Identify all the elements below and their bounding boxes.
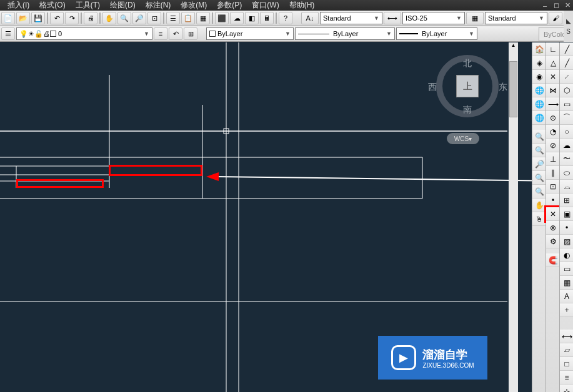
zoom-realtime-button[interactable]: 🔎 <box>132 12 146 24</box>
scrollbar-thumb[interactable] <box>509 61 517 117</box>
line-button[interactable]: ╱ <box>560 42 573 56</box>
snap-none-button[interactable]: ⊗ <box>546 221 560 235</box>
ellipse-arc-button[interactable]: ⌓ <box>560 180 573 194</box>
undo-button[interactable]: ↶ <box>50 12 64 24</box>
zoom-window-button[interactable]: 🔍 <box>532 130 546 144</box>
lineweight-dropdown[interactable]: ByLayer ▼ <box>396 27 477 40</box>
menu-format[interactable]: 格式(O) <box>34 0 70 11</box>
table-style-icon[interactable]: ▦ <box>466 12 484 24</box>
menu-help[interactable]: 帮助(H) <box>284 0 320 11</box>
region-button[interactable]: ▭ <box>560 262 573 276</box>
snap-endpoint-button[interactable]: ∟ <box>546 42 560 56</box>
add-selected-button[interactable]: ＋ <box>560 303 573 317</box>
osnap-settings-button[interactable]: ⚙ <box>546 235 560 248</box>
globe-top-button[interactable]: 🌐 <box>532 97 546 111</box>
arc-button[interactable]: ⌒ <box>560 111 573 125</box>
wcs-badge[interactable]: WCS ▾ <box>447 133 479 144</box>
revision-cloud-button[interactable]: ☁ <box>560 139 573 152</box>
layer-state-button[interactable]: ≡ <box>154 27 167 40</box>
menu-param[interactable]: 参数(P) <box>212 0 247 11</box>
maximize-icon[interactable]: ◻ <box>551 1 562 11</box>
minimize-icon[interactable]: – <box>539 1 551 11</box>
globe-sw-button[interactable]: 🌐 <box>532 111 546 125</box>
block-button[interactable]: ◧ <box>245 12 259 24</box>
drawing-canvas[interactable]: 上 北 南 东 西 WCS ▾ ▶ 溜溜自学 ZIXUE.3D66.COM <box>0 42 517 392</box>
layer-dropdown[interactable]: 💡 ☀ 🔓 🖨 0 ▼ <box>16 27 152 40</box>
temp-track-button[interactable]: 🧲 <box>546 253 560 267</box>
zoom-all-button[interactable]: 🔍 <box>532 185 546 198</box>
menu-window[interactable]: 窗口(W) <box>247 0 284 11</box>
list-button[interactable]: ≡ <box>560 371 573 385</box>
new-button[interactable]: 📄 <box>1 12 15 24</box>
menu-modify[interactable]: 修改(M) <box>176 0 212 11</box>
viewcube[interactable]: 上 北 南 东 西 WCS ▾ <box>427 46 508 127</box>
insert-block-button[interactable]: ⊞ <box>560 194 573 207</box>
side-handle[interactable]: ◣ S <box>564 11 573 42</box>
color-dropdown[interactable]: ByLayer ▼ <box>206 27 294 40</box>
open-button[interactable]: 📂 <box>16 12 30 24</box>
print-button[interactable]: 🖨 <box>84 12 97 24</box>
snap-center-button[interactable]: ⊙ <box>546 111 560 125</box>
snap-perpendicular-button[interactable]: ⊥ <box>546 152 560 166</box>
toolpalette-button[interactable]: ▦ <box>196 12 210 24</box>
layer-prev-button[interactable]: ↶ <box>169 27 182 40</box>
layer-match-button[interactable]: ⊞ <box>184 27 197 40</box>
table-button[interactable]: ▦ <box>560 276 573 290</box>
table-style-dropdown[interactable]: Standard ▼ <box>485 12 547 24</box>
scroll-up-icon[interactable]: ▲ <box>509 42 518 52</box>
dim-style-icon[interactable]: ⟷ <box>384 12 401 24</box>
vertical-scrollbar[interactable]: ▲ <box>509 42 518 392</box>
snap-node-button[interactable]: • <box>546 194 560 207</box>
polyline-button[interactable]: ⟋ <box>560 70 573 84</box>
viewcube-west[interactable]: 西 <box>428 82 437 93</box>
layer-props-button[interactable]: ☰ <box>1 27 15 40</box>
calc-button[interactable]: 🖩 <box>260 12 274 24</box>
home-view-button[interactable]: 🏠 <box>532 42 546 56</box>
menu-tools[interactable]: 工具(T) <box>71 0 105 11</box>
distance-button[interactable]: ⟷ <box>560 330 573 343</box>
snap-parallel-button[interactable]: ∥ <box>546 166 560 180</box>
menu-dimension[interactable]: 标注(N) <box>141 0 176 11</box>
snap-apparent-button[interactable]: ⋈ <box>546 84 560 97</box>
menu-draw[interactable]: 绘图(D) <box>105 0 141 11</box>
ellipse-button[interactable]: ⬭ <box>560 166 573 180</box>
text-style-dropdown[interactable]: Standard ▼ <box>320 12 382 24</box>
hatch-button[interactable]: ▨ <box>560 235 573 248</box>
snap-quadrant-button[interactable]: ◔ <box>546 125 560 139</box>
make-block-button[interactable]: ▣ <box>560 207 573 221</box>
snap-tangent-button[interactable]: ⊘ <box>546 139 560 152</box>
rectangle-button[interactable]: ▭ <box>560 97 573 111</box>
zoom-window-button[interactable]: ⊡ <box>147 12 161 24</box>
globe-ne-button[interactable]: 🌐 <box>532 84 546 97</box>
help-button[interactable]: ? <box>279 12 292 24</box>
zoom-prev-button[interactable]: 🔍 <box>117 12 131 24</box>
construction-line-button[interactable]: ╱ <box>560 56 573 70</box>
text-style-icon[interactable]: A↓ <box>301 12 319 24</box>
gradient-button[interactable]: ◐ <box>560 248 573 262</box>
circle-button[interactable]: ○ <box>560 125 573 139</box>
properties-button[interactable]: ☰ <box>166 12 180 24</box>
viewcube-north[interactable]: 北 <box>463 58 472 69</box>
mtext-button[interactable]: A <box>560 290 573 303</box>
snap-nearest-button[interactable]: ✕ <box>546 207 560 221</box>
menu-insert[interactable]: 插入(I) <box>2 0 34 11</box>
snap-extension-button[interactable]: ⟶ <box>546 97 560 111</box>
viewcube-east[interactable]: 东 <box>499 82 507 93</box>
pan-button[interactable]: ✋ <box>532 198 546 212</box>
dim-style-dropdown[interactable]: ISO-25 ▼ <box>402 12 465 24</box>
pan-button[interactable]: ✋ <box>102 12 116 24</box>
id-point-button[interactable]: ⊹ <box>560 385 573 392</box>
area-button[interactable]: ▱ <box>560 343 573 357</box>
zoom-realtime-button[interactable]: 🔎 <box>532 157 546 171</box>
zoom-extents-button[interactable]: 🔍 <box>532 171 546 185</box>
snap-midpoint-button[interactable]: △ <box>546 56 560 70</box>
polygon-button[interactable]: ⬡ <box>560 84 573 97</box>
linetype-dropdown[interactable]: ByLayer ▼ <box>295 27 395 40</box>
save-button[interactable]: 💾 <box>31 12 45 24</box>
snap-intersect-button[interactable]: ✕ <box>546 70 560 84</box>
snap-insert-button[interactable]: ⊡ <box>546 180 560 194</box>
viewcube-top-face[interactable]: 上 <box>456 75 479 97</box>
close-icon[interactable]: ✕ <box>562 1 573 11</box>
point-button[interactable]: • <box>560 221 573 235</box>
brush-icon[interactable]: 🖌 <box>549 12 562 24</box>
